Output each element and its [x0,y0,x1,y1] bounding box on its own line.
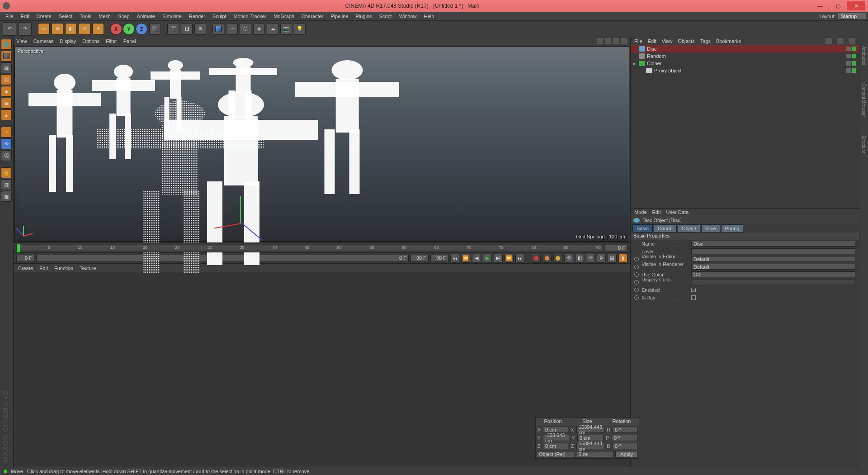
menu-script[interactable]: Script [376,13,396,20]
viewmenu-cameras[interactable]: Cameras [33,38,54,44]
matmenu-create[interactable]: Create [18,266,33,271]
project-end-field[interactable]: 90 F [430,255,448,262]
omgr-menu-tags[interactable]: Tags [700,38,711,44]
visibility-tag[interactable] [846,68,851,73]
render-tag[interactable] [852,61,856,66]
poly-mode-button[interactable]: ▲ [1,109,12,120]
expand-icon[interactable]: ▸ [633,61,639,66]
coord-size-dropdown[interactable]: Size [576,451,613,457]
add-environment-button[interactable]: ☁ [267,23,278,35]
camera-workplane-button[interactable]: ▩ [1,191,12,202]
prop-value[interactable] [691,248,855,254]
minimize-button[interactable]: — [811,1,829,10]
layout-dropdown[interactable]: Startup [838,13,866,20]
redo-button[interactable]: ↷ [18,22,32,36]
lasttool-button[interactable]: ✦ [92,23,104,35]
add-generator-button[interactable]: ⬡ [240,23,251,35]
vtab-attributes[interactable]: Attributes [861,46,866,65]
current-frame-field[interactable]: 0 F [36,255,409,262]
menu-simulate[interactable]: Simulate [159,13,185,20]
attr-tab-coord[interactable]: Coord. [654,224,677,233]
menu-plugins[interactable]: Plugins [352,13,375,20]
size-field[interactable]: 15894.443 cm [576,443,604,449]
model-mode-button[interactable]: 🌐 [1,39,12,50]
viewport-nav-icon[interactable] [605,38,611,44]
autokey-button[interactable] [542,254,552,263]
prop-value[interactable] [691,279,855,285]
play-button[interactable]: ▶ [483,254,492,263]
coord-apply-button[interactable]: Apply [615,451,638,457]
coord-system-button[interactable] [149,23,161,35]
object-row[interactable]: Proxy object [631,67,859,74]
workplane-button[interactable]: ▤ [1,74,12,85]
menu-character[interactable]: Character [298,13,327,20]
add-spline-button[interactable]: 〰 [226,23,238,35]
lock-y-button[interactable]: Y [123,23,135,35]
menu-snap[interactable]: Snap [114,13,133,20]
viewmenu-options[interactable]: Options [82,38,99,44]
rot-field[interactable]: 0 ° [613,443,638,449]
render-tag[interactable] [852,68,856,73]
object-row[interactable]: Random [631,52,859,60]
omgr-menu-edit[interactable]: Edit [648,38,656,44]
attr-tab-basic[interactable]: Basic [632,224,653,233]
vtab-structure[interactable]: Structure [861,135,866,154]
point-mode-button[interactable]: ◆ [1,86,12,97]
rotate-tool[interactable]: ⟳ [79,23,90,35]
object-row[interactable]: Disc [631,45,859,52]
key-pos-button[interactable]: ✥ [564,254,573,263]
close-button[interactable]: ✕ [847,1,865,10]
matmenu-function[interactable]: Function [54,266,73,271]
checkbox[interactable]: ✓ [691,288,696,292]
attr-tab-object[interactable]: Object [678,224,700,233]
radio-icon[interactable] [634,272,639,277]
add-light-button[interactable]: 💡 [294,23,306,35]
coord-mode-dropdown[interactable]: Object (Rel) [537,451,574,457]
omgr-menu-view[interactable]: View [662,38,673,44]
radio-icon[interactable] [634,288,639,292]
attr-menu-edit[interactable]: Edit [652,209,661,215]
prop-value[interactable]: Disc [691,241,855,247]
radio-icon[interactable] [634,265,639,269]
timeline-end-field[interactable]: 0 F [605,245,627,251]
render-view-button[interactable]: 🎬 [167,23,179,35]
rot-field[interactable]: 0 ° [612,435,638,441]
add-cube-button[interactable] [212,23,224,35]
matmenu-edit[interactable]: Edit [39,266,48,271]
viewmenu-display[interactable]: Display [60,38,76,44]
goto-end-button[interactable]: ⏭ [515,254,524,263]
render-region-button[interactable]: 🎞 [181,23,193,35]
undo-button[interactable]: ↶ [3,22,16,36]
maximize-button[interactable]: ▢ [829,1,847,10]
move-tool[interactable]: ✥ [52,23,63,35]
visibility-tag[interactable] [846,61,851,66]
next-frame-button[interactable]: ▶| [494,254,503,263]
radio-icon[interactable] [634,280,639,285]
snap-button[interactable]: Ⓢ [1,150,12,161]
viewport-solo-button[interactable]: 👁 [1,138,12,149]
prop-value[interactable]: Default [691,256,855,262]
attr-tab-phong[interactable]: Phong [721,224,744,233]
menu-sculpt[interactable]: Sculpt [209,13,230,20]
edge-mode-button[interactable]: ▣ [1,98,12,109]
object-mode-button[interactable] [1,51,12,62]
viewport-nav-icon[interactable] [621,38,627,44]
menu-help[interactable]: Help [420,13,438,20]
object-manager-tree[interactable]: DiscRandom▸ClonerProxy object [631,45,859,208]
add-deformer-button[interactable]: ◈ [253,23,265,35]
attr-menu-mode[interactable]: Mode [634,209,647,215]
prev-frame-button[interactable]: ◀ [472,254,481,263]
pos-field[interactable]: 0 cm [543,443,568,449]
menu-mograph[interactable]: MoGraph [270,13,298,20]
menu-create[interactable]: Create [33,13,55,20]
record-button[interactable] [532,254,541,263]
vtab-content-browser[interactable]: Content Browser [861,83,866,117]
menu-tools[interactable]: Tools [76,13,95,20]
omgr-menu-bookmarks[interactable]: Bookmarks [716,38,741,44]
menu-file[interactable]: File [2,13,17,20]
goto-nextkey-button[interactable]: ⏩ [505,254,514,263]
checkbox[interactable] [691,295,696,300]
object-row[interactable]: ▸Cloner [631,60,859,67]
view-icon[interactable] [849,38,855,44]
viewport-nav-icon[interactable] [613,38,619,44]
